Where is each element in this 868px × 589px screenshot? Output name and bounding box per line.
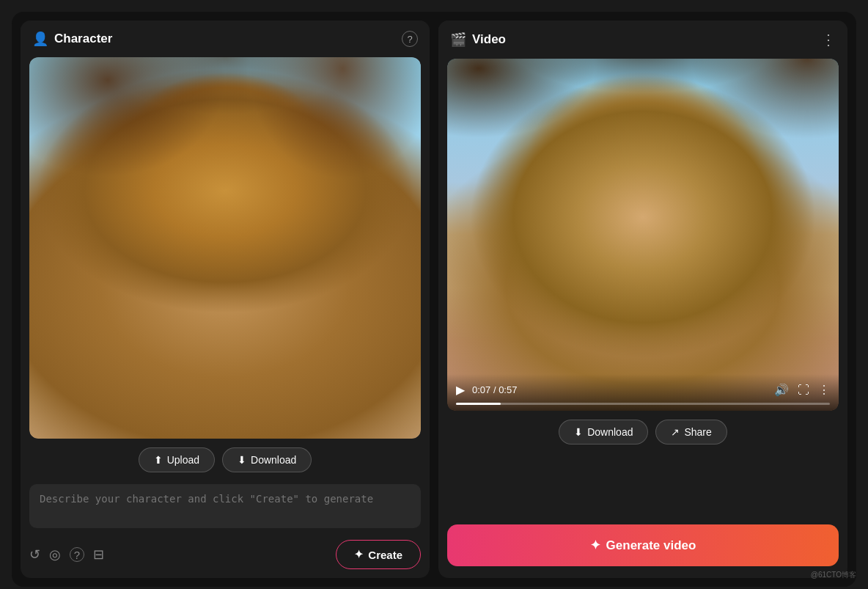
generate-video-button[interactable]: ✦ Generate video [447, 524, 839, 566]
video-header-left: 🎬 Video [450, 32, 506, 48]
character-panel-icon: 👤 [32, 31, 48, 47]
character-text-input[interactable] [40, 493, 411, 516]
video-action-buttons: ⬇ Download ↗ Share [438, 411, 847, 453]
create-button[interactable]: ✦ Create [336, 540, 421, 569]
refresh-icon[interactable]: ↺ [29, 546, 40, 563]
help-icon-toolbar[interactable]: ? [70, 547, 84, 562]
video-controls-row: ▶ 0:07 / 0:57 🔊 ⛶ ⋮ [456, 383, 830, 397]
video-panel-icon: 🎬 [450, 32, 466, 48]
video-more-controls-icon[interactable]: ⋮ [818, 383, 830, 397]
share-button[interactable]: ↗ Share [655, 420, 727, 445]
share-label: Share [684, 426, 711, 438]
video-image [447, 59, 839, 411]
character-image-area [29, 57, 421, 439]
character-panel-title: Character [54, 32, 112, 46]
generate-icon: ✦ [590, 538, 600, 553]
create-button-icon: ✦ [354, 548, 364, 561]
character-bottom-toolbar: ↺ ◎ ? ⊟ ✦ Create [21, 534, 430, 578]
generate-label: Generate video [606, 538, 696, 553]
create-button-label: Create [368, 549, 402, 561]
video-more-icon[interactable]: ⋮ [821, 31, 836, 48]
character-panel: 👤 Character ? ⬆ Upload ⬇ Download ↺ ◎ ? [21, 21, 430, 578]
character-action-buttons: ⬆ Upload ⬇ Download [21, 439, 430, 481]
volume-icon[interactable]: 🔊 [774, 383, 789, 397]
sliders-icon[interactable]: ⊟ [93, 546, 104, 563]
video-panel-title: Video [472, 32, 506, 47]
character-header-left: 👤 Character [32, 31, 112, 47]
character-text-input-area [29, 484, 421, 528]
video-control-icons: 🔊 ⛶ ⋮ [774, 383, 830, 397]
video-progress-bar[interactable] [456, 403, 830, 405]
video-progress-fill [456, 403, 501, 405]
character-help-icon[interactable]: ? [402, 31, 418, 47]
character-panel-header: 👤 Character ? [21, 21, 430, 57]
character-download-label: Download [251, 454, 296, 466]
share-icon: ↗ [671, 426, 680, 438]
video-time: 0:07 / 0:57 [472, 384, 767, 395]
upload-label: Upload [167, 454, 199, 466]
play-button[interactable]: ▶ [456, 383, 465, 397]
upload-button[interactable]: ⬆ Upload [139, 447, 215, 472]
character-image [29, 57, 421, 439]
watermark: @61CTO博客 [811, 570, 856, 580]
video-panel: 🎬 Video ⋮ ▶ 0:07 / 0:57 🔊 ⛶ ⋮ [438, 21, 847, 578]
video-download-icon: ⬇ [574, 426, 583, 438]
download-icon: ⬇ [238, 454, 246, 466]
fullscreen-icon[interactable]: ⛶ [798, 384, 809, 397]
video-controls: ▶ 0:07 / 0:57 🔊 ⛶ ⋮ [447, 374, 839, 411]
face-icon[interactable]: ◎ [49, 546, 61, 563]
video-download-button[interactable]: ⬇ Download [559, 420, 648, 445]
video-container: ▶ 0:07 / 0:57 🔊 ⛶ ⋮ [447, 59, 839, 411]
video-download-label: Download [587, 426, 633, 438]
app-container: 👤 Character ? ⬆ Upload ⬇ Download ↺ ◎ ? [12, 12, 856, 587]
video-panel-header: 🎬 Video ⋮ [438, 21, 847, 59]
upload-icon: ⬆ [154, 454, 163, 466]
character-download-button[interactable]: ⬇ Download [222, 447, 312, 472]
